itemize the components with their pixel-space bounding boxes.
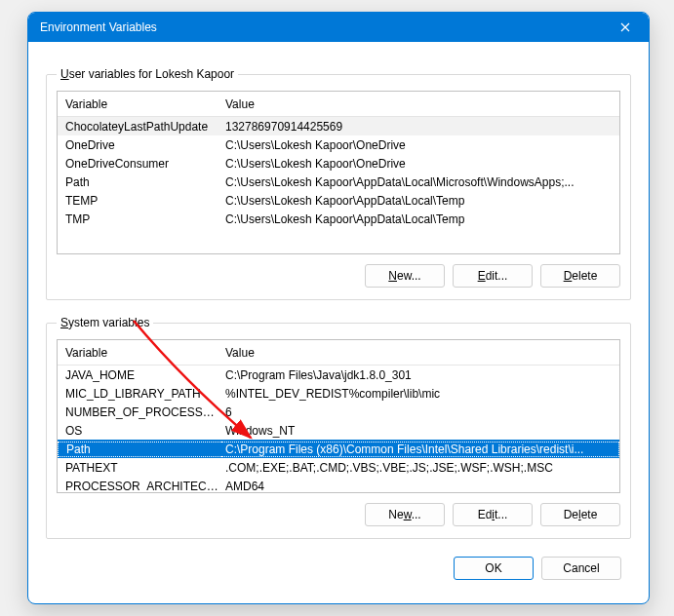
column-header-value[interactable]: Value [221, 97, 619, 111]
close-button[interactable] [614, 16, 637, 39]
cell-value: C:\Program Files (x86)\Common Files\Inte… [221, 442, 619, 457]
user-variables-legend: User variables for Lokesh Kapoor [57, 67, 238, 81]
cell-variable: Path [58, 442, 221, 457]
user-variables-group: User variables for Lokesh Kapoor Variabl… [46, 67, 631, 300]
table-row[interactable]: PathC:\Program Files (x86)\Common Files\… [58, 440, 619, 458]
system-variables-list[interactable]: Variable Value JAVA_HOMEC:\Program Files… [57, 339, 620, 493]
table-row[interactable]: PROCESSOR_ARCHITECTUREAMD64 [58, 477, 619, 492]
cell-value: C:\Users\Lokesh Kapoor\AppData\Local\Tem… [221, 212, 619, 226]
cell-value: 6 [221, 405, 619, 419]
cell-value: C:\Program Files\Java\jdk1.8.0_301 [221, 368, 619, 382]
column-header-variable[interactable]: Variable [58, 97, 221, 111]
column-header-variable[interactable]: Variable [58, 346, 221, 360]
cell-value: C:\Users\Lokesh Kapoor\AppData\Local\Mic… [221, 175, 619, 189]
cell-value: 132786970914425569 [221, 120, 619, 134]
cell-variable: TMP [58, 212, 221, 226]
cell-value: %INTEL_DEV_REDIST%compiler\lib\mic [221, 387, 619, 401]
cell-value: Windows_NT [221, 424, 619, 438]
system-rows: JAVA_HOMEC:\Program Files\Java\jdk1.8.0_… [58, 366, 619, 492]
table-row[interactable]: TMPC:\Users\Lokesh Kapoor\AppData\Local\… [58, 210, 619, 228]
cell-variable: Path [58, 175, 221, 189]
cell-variable: OneDriveConsumer [58, 157, 221, 171]
delete-system-var-button[interactable]: Delete [540, 503, 620, 526]
edit-system-var-button[interactable]: Edit... [453, 503, 533, 526]
system-variables-group: System variables Variable Value JAVA_HOM… [46, 316, 631, 539]
table-row[interactable]: PathC:\Users\Lokesh Kapoor\AppData\Local… [58, 173, 619, 191]
user-variables-list[interactable]: Variable Value ChocolateyLastPathUpdate1… [57, 91, 620, 254]
cancel-button[interactable]: Cancel [541, 557, 621, 580]
dialog-content: User variables for Lokesh Kapoor Variabl… [28, 42, 649, 596]
cell-variable: TEMP [58, 194, 221, 208]
cell-variable: PATHEXT [58, 461, 221, 475]
new-system-var-button[interactable]: New... [365, 503, 445, 526]
window-title: Environment Variables [40, 20, 614, 34]
system-buttons: New... Edit... Delete [57, 503, 620, 526]
cell-variable: PROCESSOR_ARCHITECTURE [58, 480, 221, 493]
column-header-value[interactable]: Value [221, 346, 619, 360]
cell-variable: OneDrive [58, 138, 221, 152]
table-row[interactable]: MIC_LD_LIBRARY_PATH%INTEL_DEV_REDIST%com… [58, 384, 619, 403]
table-row[interactable]: TEMPC:\Users\Lokesh Kapoor\AppData\Local… [58, 191, 619, 210]
edit-user-var-button[interactable]: Edit... [453, 264, 533, 288]
user-buttons: New... Edit... Delete [57, 264, 620, 288]
cell-value: .COM;.EXE;.BAT;.CMD;.VBS;.VBE;.JS;.JSE;.… [221, 461, 619, 475]
cell-value: C:\Users\Lokesh Kapoor\OneDrive [221, 157, 619, 171]
new-user-var-button[interactable]: New... [365, 264, 445, 288]
system-variables-legend: System variables [57, 316, 153, 329]
table-row[interactable]: JAVA_HOMEC:\Program Files\Java\jdk1.8.0_… [58, 366, 619, 384]
cell-variable: MIC_LD_LIBRARY_PATH [58, 387, 221, 401]
list-header: Variable Value [58, 340, 619, 366]
cell-value: C:\Users\Lokesh Kapoor\OneDrive [221, 138, 619, 152]
cell-value: AMD64 [221, 480, 619, 493]
delete-user-var-button[interactable]: Delete [540, 264, 620, 288]
close-icon [620, 22, 630, 32]
table-row[interactable]: OSWindows_NT [58, 421, 619, 440]
table-row[interactable]: OneDriveC:\Users\Lokesh Kapoor\OneDrive [58, 135, 619, 154]
dialog-footer: OK Cancel [46, 557, 631, 580]
environment-variables-dialog: Environment Variables User variables for… [27, 12, 650, 604]
ok-button[interactable]: OK [454, 557, 534, 580]
table-row[interactable]: NUMBER_OF_PROCESSORS6 [58, 403, 619, 421]
table-row[interactable]: PATHEXT.COM;.EXE;.BAT;.CMD;.VBS;.VBE;.JS… [58, 458, 619, 477]
user-rows: ChocolateyLastPathUpdate1327869709144255… [58, 117, 619, 253]
cell-variable: ChocolateyLastPathUpdate [58, 120, 221, 134]
cell-value: C:\Users\Lokesh Kapoor\AppData\Local\Tem… [221, 194, 619, 208]
table-row[interactable]: OneDriveConsumerC:\Users\Lokesh Kapoor\O… [58, 154, 619, 173]
cell-variable: OS [58, 424, 221, 438]
cell-variable: JAVA_HOME [58, 368, 221, 382]
cell-variable: NUMBER_OF_PROCESSORS [58, 405, 221, 419]
titlebar: Environment Variables [28, 13, 649, 42]
list-header: Variable Value [58, 92, 619, 117]
table-row[interactable]: ChocolateyLastPathUpdate1327869709144255… [58, 117, 619, 135]
